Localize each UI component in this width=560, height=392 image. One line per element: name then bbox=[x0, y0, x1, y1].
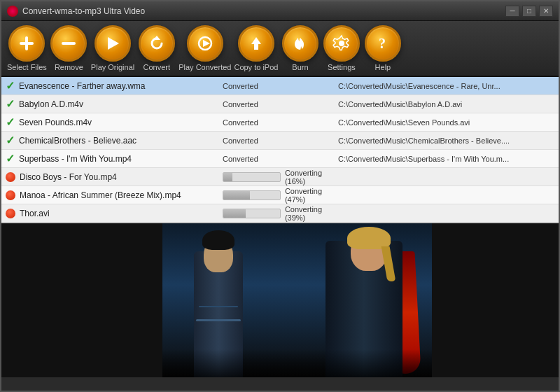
file-name-text: ChemicalBrothers - Believe.aac bbox=[19, 136, 136, 146]
status-text: Converted bbox=[223, 118, 258, 127]
svg-rect-1 bbox=[20, 42, 34, 45]
file-name-text: Thor.avi bbox=[20, 209, 50, 218]
play-original-label: Play Original bbox=[91, 63, 134, 71]
toolbar: Select Files Remove Play Original Conver… bbox=[1, 21, 559, 77]
play-converted-button[interactable]: Play Converted bbox=[178, 25, 231, 71]
copy-to-ipod-icon bbox=[238, 25, 274, 62]
preview-area bbox=[1, 223, 559, 377]
play-converted-label: Play Converted bbox=[178, 63, 231, 71]
file-name-cell: ✓ChemicalBrothers - Believe.aac bbox=[1, 134, 218, 147]
status-check-icon: ✓ bbox=[6, 115, 15, 129]
table-row[interactable]: Disco Boys - For You.mp4Converting (16%) bbox=[1, 168, 559, 186]
remove-icon bbox=[50, 25, 87, 62]
minimize-button[interactable]: ─ bbox=[505, 6, 519, 17]
title-bar: Convert-wma-to-mp3 Ultra Video ─ □ ✕ bbox=[1, 1, 559, 21]
file-name-cell: Thor.avi bbox=[1, 209, 218, 218]
file-name-cell: ✓Superbass - I'm With You.mp4 bbox=[1, 152, 218, 165]
converting-text: Converting (16%) bbox=[285, 169, 330, 186]
file-list: ✓Evanescence - Farther away.wmaConverted… bbox=[1, 77, 559, 223]
movie-preview bbox=[162, 223, 432, 377]
preview-right bbox=[432, 223, 559, 377]
progress-bar bbox=[223, 209, 281, 218]
select-files-button[interactable]: Select Files bbox=[7, 25, 47, 71]
status-text: Converted bbox=[223, 100, 258, 108]
file-status-cell: Converted bbox=[218, 100, 334, 108]
progress-bar-fill bbox=[223, 191, 250, 200]
table-row[interactable]: ✓Superbass - I'm With You.mp4ConvertedC:… bbox=[1, 150, 559, 168]
table-row[interactable]: ✓Seven Pounds.m4vConvertedC:\Converted\M… bbox=[1, 113, 559, 132]
title-bar-controls: ─ □ ✕ bbox=[505, 6, 553, 17]
file-name-cell: Disco Boys - For You.mp4 bbox=[1, 172, 218, 182]
file-status-cell: Converted bbox=[218, 82, 334, 90]
status-check-icon: ✓ bbox=[6, 79, 15, 92]
svg-marker-6 bbox=[203, 40, 210, 47]
copy-to-ipod-button[interactable]: Copy to iPod bbox=[234, 25, 278, 71]
file-status-cell: Converted bbox=[218, 118, 334, 127]
file-status-cell: Converting (39%) bbox=[218, 205, 334, 222]
select-files-label: Select Files bbox=[7, 63, 47, 71]
svg-marker-3 bbox=[108, 37, 119, 50]
convert-icon bbox=[139, 25, 175, 62]
select-files-icon bbox=[8, 25, 45, 62]
file-status-cell: Converted bbox=[218, 155, 334, 163]
file-status-cell: Converting (47%) bbox=[218, 187, 334, 204]
file-name-text: Disco Boys - For You.mp4 bbox=[20, 172, 117, 182]
status-circle-icon bbox=[6, 209, 15, 218]
file-name-text: Seven Pounds.m4v bbox=[19, 118, 92, 127]
burn-icon bbox=[282, 25, 318, 62]
title-bar-left: Convert-wma-to-mp3 Ultra Video bbox=[7, 6, 145, 17]
close-button[interactable]: ✕ bbox=[539, 6, 553, 17]
app-icon bbox=[7, 6, 18, 17]
status-check-icon: ✓ bbox=[6, 134, 15, 147]
file-name-cell: Manoa - African Summer (Breeze Mix).mp4 bbox=[1, 190, 218, 200]
file-name-text: Evanescence - Farther away.wma bbox=[19, 81, 146, 91]
file-name-text: Babylon A.D.m4v bbox=[19, 99, 83, 109]
maximize-button[interactable]: □ bbox=[522, 6, 536, 17]
convert-button[interactable]: Convert bbox=[137, 25, 176, 71]
table-row[interactable]: ✓ChemicalBrothers - Believe.aacConverted… bbox=[1, 132, 559, 150]
svg-point-8 bbox=[339, 41, 344, 46]
copy-to-ipod-label: Copy to iPod bbox=[234, 63, 278, 71]
table-row[interactable]: Manoa - African Summer (Breeze Mix).mp4C… bbox=[1, 186, 559, 204]
window-title: Convert-wma-to-mp3 Ultra Video bbox=[22, 6, 145, 16]
status-text: Converted bbox=[223, 155, 258, 163]
progress-bar bbox=[223, 172, 281, 182]
svg-rect-2 bbox=[62, 42, 76, 45]
status-check-icon: ✓ bbox=[6, 152, 15, 165]
progress-bar-fill bbox=[223, 209, 246, 218]
file-output-cell: C:\Converted\Music\Evanescence - Rare, U… bbox=[334, 82, 559, 90]
file-name-text: Superbass - I'm With You.mp4 bbox=[19, 154, 132, 164]
table-row[interactable]: ✓Babylon A.D.m4vConvertedC:\Converted\Mu… bbox=[1, 95, 559, 113]
status-text: Converted bbox=[223, 82, 258, 90]
play-original-button[interactable]: Play Original bbox=[91, 25, 134, 71]
progress-bar bbox=[223, 190, 281, 200]
converting-text: Converting (47%) bbox=[285, 187, 330, 204]
remove-button[interactable]: Remove bbox=[50, 25, 88, 71]
burn-button[interactable]: Burn bbox=[281, 25, 319, 71]
svg-text:?: ? bbox=[379, 36, 386, 51]
help-button[interactable]: ? Help bbox=[363, 25, 402, 71]
table-row[interactable]: ✓Evanescence - Farther away.wmaConverted… bbox=[1, 77, 559, 95]
converting-text: Converting (39%) bbox=[285, 205, 330, 222]
convert-label: Convert bbox=[143, 63, 170, 71]
file-name-cell: ✓Babylon A.D.m4v bbox=[1, 97, 218, 111]
status-circle-icon bbox=[6, 190, 15, 200]
progress-bar-fill bbox=[223, 173, 232, 181]
settings-label: Settings bbox=[328, 63, 356, 71]
settings-icon bbox=[323, 25, 360, 62]
file-name-cell: ✓Evanescence - Farther away.wma bbox=[1, 79, 218, 92]
status-check-icon: ✓ bbox=[6, 97, 15, 111]
file-name-text: Manoa - African Summer (Breeze Mix).mp4 bbox=[20, 190, 181, 200]
svg-marker-4 bbox=[153, 36, 160, 40]
help-label: Help bbox=[375, 63, 391, 71]
settings-button[interactable]: Settings bbox=[322, 25, 360, 71]
table-row[interactable]: Thor.aviConverting (39%) bbox=[1, 204, 559, 223]
play-original-icon bbox=[94, 25, 131, 62]
status-circle-icon bbox=[6, 172, 15, 182]
help-icon: ? bbox=[365, 25, 401, 62]
file-name-cell: ✓Seven Pounds.m4v bbox=[1, 115, 218, 129]
status-text: Converted bbox=[223, 136, 258, 145]
file-status-cell: Converted bbox=[218, 136, 334, 145]
file-output-cell: C:\Converted\Music\Babylon A.D.avi bbox=[334, 100, 559, 108]
file-output-cell: C:\Converted\Music\Superbass - I'm With … bbox=[334, 155, 559, 163]
